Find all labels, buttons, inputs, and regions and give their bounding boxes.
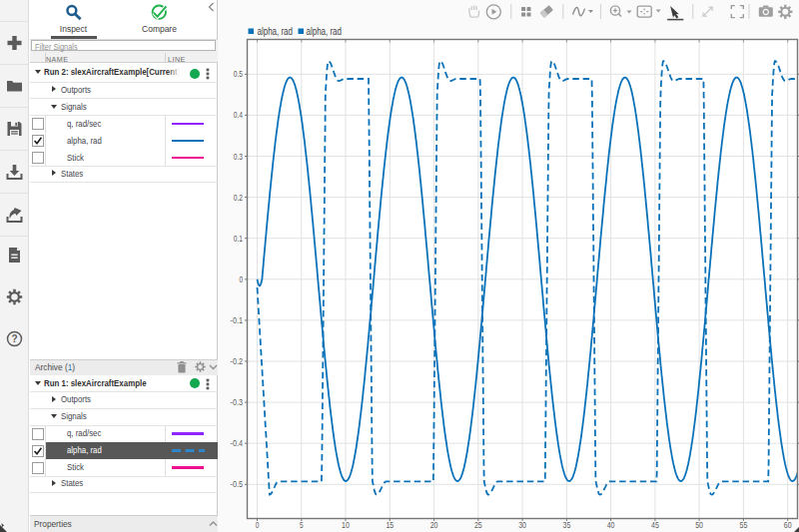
svg-text:0.3: 0.3 (234, 152, 243, 162)
svg-text:60: 60 (784, 520, 792, 530)
svg-text:?: ? (11, 333, 17, 344)
svg-text:alpha, rad: alpha, rad (307, 26, 343, 37)
svg-text:45: 45 (651, 520, 659, 530)
svg-text:-0.1: -0.1 (231, 315, 243, 325)
svg-text:-0.4: -0.4 (231, 438, 243, 448)
svg-text:5: 5 (300, 520, 304, 530)
svg-text:15: 15 (386, 520, 394, 530)
svg-text:alpha, rad: alpha, rad (258, 26, 294, 37)
svg-text:35: 35 (563, 520, 571, 530)
svg-text:0: 0 (256, 520, 260, 530)
svg-text:0.5: 0.5 (234, 69, 243, 79)
svg-text:0.4: 0.4 (234, 110, 243, 120)
svg-text:30: 30 (518, 520, 526, 530)
svg-text:40: 40 (607, 520, 615, 530)
svg-text:0: 0 (239, 274, 243, 284)
svg-text:20: 20 (430, 520, 438, 530)
svg-text:0.1: 0.1 (234, 234, 243, 244)
svg-text:-0.2: -0.2 (231, 356, 243, 366)
svg-text:-0.3: -0.3 (231, 397, 243, 407)
svg-text:50: 50 (695, 520, 703, 530)
svg-text:-0.5: -0.5 (231, 479, 243, 489)
svg-text:55: 55 (740, 520, 748, 530)
svg-text:10: 10 (342, 520, 350, 530)
svg-text:0.2: 0.2 (234, 193, 243, 203)
svg-text:25: 25 (474, 520, 482, 530)
